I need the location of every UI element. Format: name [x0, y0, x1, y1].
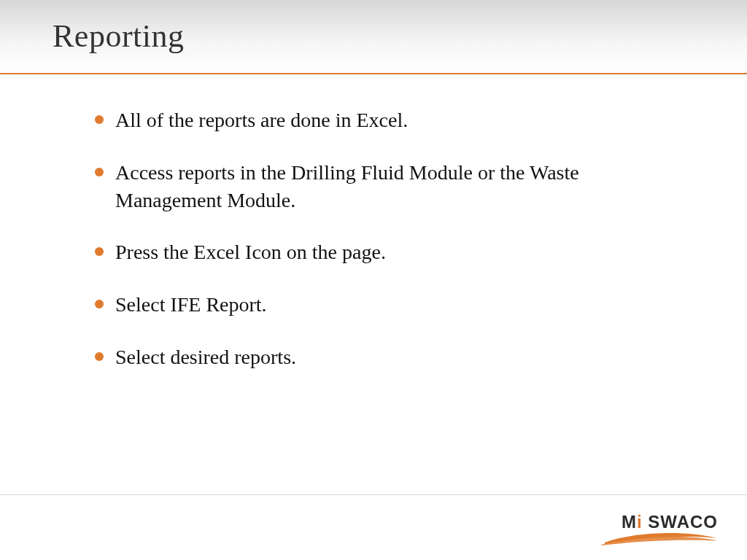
swoosh-icon [601, 532, 718, 545]
bullet-list: All of the reports are done in Excel. Ac… [95, 106, 689, 371]
footer: Mi SWACO [0, 494, 747, 560]
logo-accent: i [637, 512, 643, 532]
list-item: Select desired reports. [95, 343, 582, 371]
list-item: Access reports in the Drilling Fluid Mod… [95, 159, 582, 214]
list-item: Press the Excel Icon on the page. [95, 238, 582, 266]
logo-suffix: SWACO [643, 512, 718, 532]
slide: Reporting All of the reports are done in… [0, 0, 747, 560]
page-title: Reporting [53, 18, 747, 55]
logo-prefix: M [622, 512, 637, 532]
brand-logo: Mi SWACO [601, 513, 718, 545]
logo-text: Mi SWACO [622, 513, 718, 531]
header-band: Reporting [0, 0, 747, 73]
content-area: All of the reports are done in Excel. Ac… [0, 74, 747, 371]
list-item: Select IFE Report. [95, 291, 582, 319]
list-item: All of the reports are done in Excel. [95, 106, 582, 134]
divider-bottom [0, 494, 747, 495]
